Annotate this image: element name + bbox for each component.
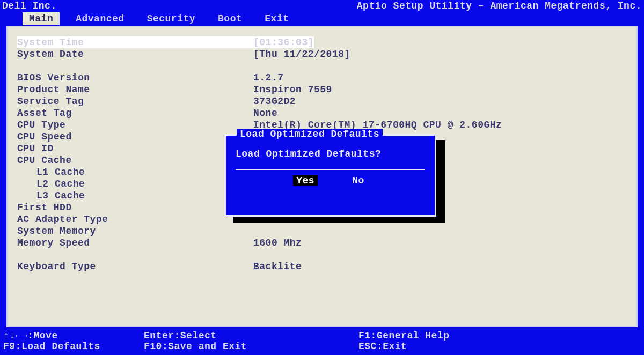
system-time-value: [01:36:03] bbox=[253, 36, 314, 48]
vendor-text: Dell Inc. bbox=[2, 0, 57, 12]
row-system-date[interactable]: System Date [Thu 11/22/2018] bbox=[17, 48, 627, 60]
dialog-separator bbox=[236, 169, 425, 170]
row-memory-speed: Memory Speed 1600 Mhz bbox=[17, 237, 627, 249]
tab-main[interactable]: Main bbox=[23, 12, 60, 25]
service-tag-label: Service Tag bbox=[17, 95, 253, 107]
product-name-label: Product Name bbox=[17, 84, 253, 95]
memory-speed-label: Memory Speed bbox=[17, 237, 253, 249]
system-date-label: System Date bbox=[17, 48, 253, 60]
system-memory-label: System Memory bbox=[17, 225, 253, 237]
tab-exit[interactable]: Exit bbox=[258, 12, 295, 25]
memory-speed-value: 1600 Mhz bbox=[253, 237, 302, 249]
main-panel: System Time [01:36:03] System Date [Thu … bbox=[6, 26, 638, 327]
content-frame: System Time [01:36:03] System Date [Thu … bbox=[0, 26, 644, 329]
cpu-speed-label: CPU Speed bbox=[17, 131, 253, 143]
utility-text: Aptio Setup Utility – American Megatrend… bbox=[357, 0, 642, 12]
hint-save-exit: F10:Save and Exit bbox=[144, 341, 358, 352]
tab-boot[interactable]: Boot bbox=[211, 12, 248, 25]
ac-adapter-label: AC Adapter Type bbox=[17, 213, 253, 225]
hint-move: ↑↓←→:Move bbox=[3, 330, 144, 341]
row-system-memory: System Memory bbox=[17, 225, 627, 237]
dialog-title: Load Optimized Defaults bbox=[237, 129, 383, 139]
row-asset-tag: Asset Tag None bbox=[17, 107, 627, 119]
row-product-name: Product Name Inspiron 7559 bbox=[17, 84, 627, 95]
row-bios-version: BIOS Version 1.2.7 bbox=[17, 72, 627, 84]
system-time-label: System Time bbox=[17, 36, 253, 48]
cpu-type-label: CPU Type bbox=[17, 119, 253, 131]
hint-help: F1:General Help bbox=[358, 330, 450, 341]
hint-exit: ESC:Exit bbox=[358, 341, 407, 352]
product-name-value: Inspiron 7559 bbox=[253, 84, 332, 95]
tab-bar: Main Advanced Security Boot Exit bbox=[0, 12, 644, 26]
keyboard-type-label: Keyboard Type bbox=[17, 261, 253, 272]
first-hdd-label: First HDD bbox=[17, 202, 253, 213]
tab-advanced[interactable]: Advanced bbox=[69, 12, 130, 25]
hint-load-defaults: F9:Load Defaults bbox=[3, 341, 144, 352]
dialog-message: Load Optimized Defaults? bbox=[236, 149, 425, 159]
tab-security[interactable]: Security bbox=[141, 12, 202, 25]
hint-select: Enter:Select bbox=[144, 330, 358, 341]
keyboard-type-value: Backlite bbox=[253, 261, 302, 272]
yes-button[interactable]: Yes bbox=[293, 175, 318, 186]
asset-tag-value: None bbox=[253, 107, 277, 119]
bios-version-label: BIOS Version bbox=[17, 72, 253, 84]
header-bar: Dell Inc. Aptio Setup Utility – American… bbox=[0, 0, 644, 12]
footer-bar: ↑↓←→:Move Enter:Select F1:General Help F… bbox=[0, 329, 644, 355]
system-date-value: [Thu 11/22/2018] bbox=[253, 48, 350, 60]
l2-cache-label: L2 Cache bbox=[17, 178, 253, 190]
load-defaults-dialog: Load Optimized Defaults Load Optimized D… bbox=[224, 134, 436, 217]
l3-cache-label: L3 Cache bbox=[17, 190, 253, 202]
cpu-cache-label: CPU Cache bbox=[17, 154, 253, 166]
row-system-time[interactable]: System Time [01:36:03] bbox=[17, 36, 627, 48]
row-keyboard-type: Keyboard Type Backlite bbox=[17, 261, 627, 272]
service-tag-value: 373G2D2 bbox=[253, 95, 296, 107]
row-service-tag: Service Tag 373G2D2 bbox=[17, 95, 627, 107]
asset-tag-label: Asset Tag bbox=[17, 107, 253, 119]
no-button[interactable]: No bbox=[349, 175, 368, 186]
bios-version-value: 1.2.7 bbox=[253, 72, 284, 84]
bios-screen: Dell Inc. Aptio Setup Utility – American… bbox=[0, 0, 644, 355]
cpu-id-label: CPU ID bbox=[17, 143, 253, 154]
dialog-buttons: Yes No bbox=[236, 175, 425, 190]
l1-cache-label: L1 Cache bbox=[17, 166, 253, 178]
